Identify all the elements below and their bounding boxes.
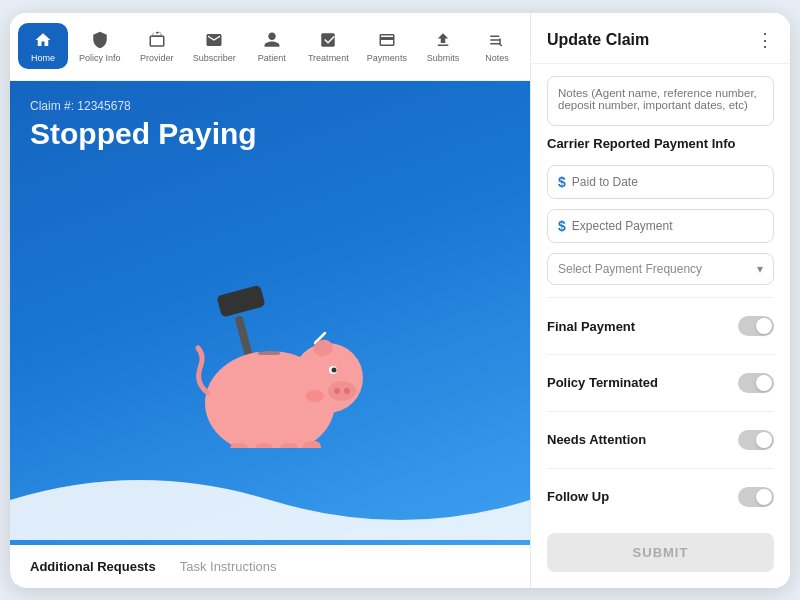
svg-point-18 xyxy=(306,390,324,402)
needs-attention-row: Needs Attention xyxy=(547,424,774,456)
svg-point-8 xyxy=(334,388,340,394)
policy-terminated-toggle[interactable] xyxy=(738,373,774,393)
right-panel-header: Update Claim ⋮ xyxy=(531,13,790,64)
piggy-illustration xyxy=(140,248,400,448)
svg-point-9 xyxy=(344,388,350,394)
final-payment-label: Final Payment xyxy=(547,319,635,334)
right-panel-body: Carrier Reported Payment Info $ $ Select… xyxy=(531,64,790,525)
follow-up-toggle[interactable] xyxy=(738,487,774,507)
chevron-down-icon: ▾ xyxy=(757,262,763,276)
divider-3 xyxy=(547,411,774,412)
bottom-tabs: Additional Requests Task Instructions xyxy=(10,545,530,588)
treatment-icon xyxy=(317,29,339,51)
final-payment-toggle[interactable] xyxy=(738,316,774,336)
subscriber-icon xyxy=(203,29,225,51)
follow-up-label: Follow Up xyxy=(547,489,609,504)
needs-attention-label: Needs Attention xyxy=(547,432,646,447)
policy-terminated-label: Policy Terminated xyxy=(547,375,658,390)
notes-icon xyxy=(486,29,508,51)
claim-header: Claim #: 12345678 Stopped Paying xyxy=(10,81,530,151)
policy-icon xyxy=(89,29,111,51)
policy-terminated-row: Policy Terminated xyxy=(547,367,774,399)
nav-label-payments: Payments xyxy=(367,53,407,63)
nav-item-submits[interactable]: Submits xyxy=(418,23,468,69)
nav-item-patient[interactable]: Patient xyxy=(247,23,297,69)
nav-label-treatment: Treatment xyxy=(308,53,349,63)
nav-label-patient: Patient xyxy=(258,53,286,63)
carrier-section-label: Carrier Reported Payment Info xyxy=(547,136,774,151)
content-area: Claim #: 12345678 Stopped Paying xyxy=(10,81,530,588)
submit-button[interactable]: SUBMIT xyxy=(547,533,774,572)
more-options-icon[interactable]: ⋮ xyxy=(756,29,774,51)
provider-icon xyxy=(146,29,168,51)
nav-label-submits: Submits xyxy=(427,53,460,63)
paid-to-date-input[interactable] xyxy=(572,175,763,189)
divider-1 xyxy=(547,297,774,298)
nav-item-home[interactable]: Home xyxy=(18,23,68,69)
svg-rect-16 xyxy=(303,441,321,448)
svg-rect-1 xyxy=(216,284,265,317)
nav-bar: Home Policy Info Provider xyxy=(10,13,530,81)
nav-label-policy-info: Policy Info xyxy=(79,53,121,63)
notes-textarea[interactable] xyxy=(547,76,774,127)
nav-item-notes[interactable]: Notes xyxy=(472,23,522,69)
right-panel: Update Claim ⋮ Carrier Reported Payment … xyxy=(530,13,790,588)
svg-point-11 xyxy=(332,367,337,372)
wave xyxy=(10,460,530,540)
nav-label-provider: Provider xyxy=(140,53,174,63)
claim-title: Stopped Paying xyxy=(30,117,510,151)
nav-label-home: Home xyxy=(31,53,55,63)
final-payment-row: Final Payment xyxy=(547,310,774,342)
submits-icon xyxy=(432,29,454,51)
left-panel: Home Policy Info Provider xyxy=(10,13,530,588)
needs-attention-toggle[interactable] xyxy=(738,430,774,450)
expected-payment-row: $ xyxy=(547,209,774,243)
claim-number: Claim #: 12345678 xyxy=(30,99,510,113)
payments-icon xyxy=(376,29,398,51)
payment-frequency-placeholder: Select Payment Frequency xyxy=(558,262,702,276)
tab-task-instructions[interactable]: Task Instructions xyxy=(180,559,277,574)
payment-frequency-select[interactable]: Select Payment Frequency ▾ xyxy=(547,253,774,285)
app-container: Home Policy Info Provider xyxy=(10,13,790,588)
right-panel-title: Update Claim xyxy=(547,31,649,49)
expected-payment-input[interactable] xyxy=(572,219,763,233)
nav-label-notes: Notes xyxy=(485,53,509,63)
nav-item-treatment[interactable]: Treatment xyxy=(301,23,356,69)
dollar-icon-paid: $ xyxy=(558,174,566,190)
tab-additional-requests[interactable]: Additional Requests xyxy=(30,559,156,574)
svg-point-7 xyxy=(328,381,356,401)
nav-item-payments[interactable]: Payments xyxy=(360,23,414,69)
paid-to-date-row: $ xyxy=(547,165,774,199)
patient-icon xyxy=(261,29,283,51)
nav-label-subscriber: Subscriber xyxy=(193,53,236,63)
divider-4 xyxy=(547,468,774,469)
dollar-icon-expected: $ xyxy=(558,218,566,234)
divider-2 xyxy=(547,354,774,355)
home-icon xyxy=(32,29,54,51)
nav-item-provider[interactable]: Provider xyxy=(132,23,182,69)
svg-rect-17 xyxy=(258,351,280,355)
nav-item-policy-info[interactable]: Policy Info xyxy=(72,23,128,69)
follow-up-row: Follow Up xyxy=(547,481,774,513)
nav-item-subscriber[interactable]: Subscriber xyxy=(186,23,243,69)
